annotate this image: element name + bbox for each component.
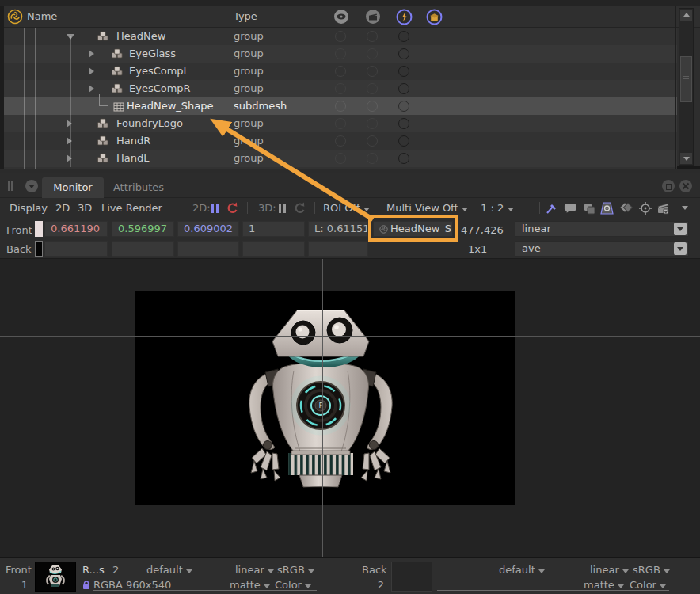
toggle-visibility[interactable] — [335, 48, 346, 59]
multi-view-dropdown[interactable]: Multi View Off — [386, 202, 468, 214]
toggle-render[interactable] — [367, 83, 378, 94]
group-icon — [111, 66, 124, 77]
mode-2d-button[interactable]: 2D — [55, 202, 70, 214]
group-icon — [97, 31, 109, 42]
group-icon — [97, 153, 109, 164]
toggle-render[interactable] — [367, 66, 378, 77]
toggle-sync[interactable] — [398, 135, 409, 147]
monitor-viewport[interactable]: F — [0, 259, 700, 557]
pause-3d-icon[interactable] — [279, 204, 287, 213]
eyedropper-icon[interactable] — [545, 201, 559, 215]
toggle-render[interactable] — [367, 135, 378, 147]
back-view-dropdown[interactable]: Color — [630, 579, 666, 591]
eye-icon — [333, 9, 349, 25]
front-display-dropdown[interactable]: sRGB — [277, 564, 314, 576]
tree-row[interactable]: HeadNew group — [0, 28, 677, 45]
roi-dropdown[interactable]: ROI Off — [323, 202, 370, 214]
back-matte-dropdown[interactable]: matte — [584, 579, 624, 591]
toggle-sync[interactable] — [398, 48, 409, 59]
tree-row[interactable]: HandL group — [0, 150, 677, 167]
front-colorspace-dropdown[interactable]: linear — [235, 564, 274, 576]
scroll-up-button[interactable] — [680, 10, 692, 21]
toggle-visibility[interactable] — [335, 83, 346, 94]
toggle-visibility[interactable] — [335, 31, 346, 42]
back-luminance-value — [308, 241, 368, 257]
live-render-button[interactable]: Live Render — [101, 202, 162, 214]
toggle-visibility[interactable] — [335, 135, 346, 147]
toggle-sync[interactable] — [398, 153, 409, 164]
toggle-render[interactable] — [367, 48, 378, 59]
toggle-sync[interactable] — [398, 66, 409, 77]
front-buffer-thumbnail[interactable] — [35, 562, 76, 592]
comment-bubble-icon[interactable] — [564, 201, 578, 215]
tree-scrollbar[interactable] — [679, 8, 694, 166]
tab-attributes[interactable]: Attributes — [106, 177, 171, 198]
toggle-visibility[interactable] — [335, 66, 346, 77]
back-preset-dropdown[interactable]: default — [499, 564, 545, 576]
current-object-field[interactable]: HeadNew_S — [373, 221, 453, 237]
zoom-ratio-dropdown[interactable]: 1 : 2 — [481, 202, 514, 214]
front-label: Front — [6, 224, 32, 236]
toggle-visibility[interactable] — [335, 101, 346, 112]
pixel-readout: Front 0.661190 0.596997 0.609002 1 L: 0.… — [0, 219, 700, 259]
front-view-dropdown[interactable]: Color — [275, 579, 311, 591]
toggle-visibility[interactable] — [335, 153, 346, 164]
front-channel-name[interactable]: R...s — [82, 564, 105, 576]
float-panel-icon[interactable] — [662, 180, 675, 192]
toolbar-overflow-dropdown[interactable] — [682, 206, 688, 210]
front-buffer-index: 1 — [6, 579, 28, 591]
toggle-render[interactable] — [367, 153, 378, 164]
back-colorspace-dropdown[interactable]: linear — [590, 564, 629, 576]
panel-grip[interactable] — [11, 181, 13, 191]
scroll-down-button[interactable] — [680, 153, 692, 164]
expand-arrow-icon[interactable] — [89, 67, 94, 75]
front-preset-dropdown[interactable]: default — [146, 564, 192, 576]
double-diamond-icon[interactable] — [618, 201, 633, 215]
toggle-render[interactable] — [367, 101, 378, 112]
pixel-coordinates: 477,426 — [461, 224, 504, 236]
render-clapper-icon[interactable] — [656, 201, 670, 215]
expand-arrow-icon[interactable] — [89, 85, 94, 93]
group-icon — [97, 135, 109, 147]
front-matte-dropdown[interactable]: matte — [230, 579, 270, 591]
object-type: subdmesh — [234, 100, 287, 112]
refresh-2d-icon[interactable] — [225, 201, 239, 215]
robot-render: F — [135, 291, 515, 505]
tree-row-selected[interactable]: HeadNew_Shape subdmesh — [0, 97, 677, 115]
lock-icon[interactable] — [82, 581, 90, 590]
toggle-sync[interactable] — [398, 83, 409, 94]
panel-grip[interactable] — [8, 181, 10, 191]
tab-monitor[interactable]: Monitor — [42, 177, 104, 198]
back-display-dropdown[interactable]: sRGB — [633, 564, 670, 576]
filter-dropdown[interactable]: ave — [515, 241, 689, 257]
toggle-sync[interactable] — [398, 118, 409, 129]
close-panel-icon[interactable] — [679, 180, 692, 192]
front-green-value: 0.596997 — [112, 221, 174, 237]
back-color-swatch — [35, 241, 43, 257]
colorspace-dropdown[interactable]: linear — [515, 221, 689, 237]
expand-arrow-icon[interactable] — [89, 50, 94, 58]
projection-target-icon[interactable] — [599, 201, 614, 215]
object-type: group — [234, 48, 264, 59]
mode-3d-button[interactable]: 3D — [78, 202, 92, 214]
panel-menu-button[interactable] — [25, 180, 38, 192]
scrollbar-thumb[interactable] — [680, 56, 692, 102]
tree-row[interactable]: HandR group — [0, 132, 677, 150]
toggle-render[interactable] — [367, 118, 378, 129]
snap-target-icon[interactable] — [638, 201, 652, 215]
toggle-sync[interactable] — [398, 101, 409, 112]
tree-row[interactable]: EyesCompL group — [0, 63, 677, 80]
back-red-value — [44, 241, 108, 257]
tree-row[interactable]: EyeGlass group — [0, 45, 677, 63]
refresh-3d-icon[interactable] — [292, 201, 306, 215]
dropdown-button[interactable] — [674, 242, 687, 255]
tree-branch-elbow — [99, 94, 108, 106]
toggle-visibility[interactable] — [335, 118, 346, 129]
duplicate-icon[interactable] — [582, 201, 596, 215]
toggle-render[interactable] — [367, 31, 378, 42]
dropdown-button[interactable] — [674, 223, 687, 235]
pause-2d-icon[interactable] — [211, 204, 219, 213]
tree-row[interactable]: FoundryLogo group — [0, 115, 677, 132]
back-buffer-thumbnail[interactable] — [391, 562, 432, 592]
toggle-sync[interactable] — [398, 31, 409, 42]
